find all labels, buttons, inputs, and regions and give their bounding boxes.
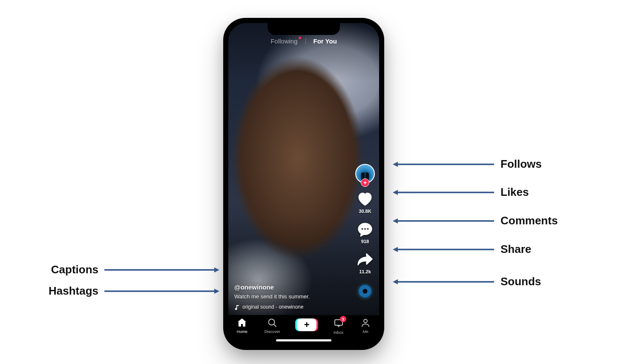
like-button[interactable]: 30.8K bbox=[357, 191, 373, 214]
music-note-icon bbox=[234, 304, 240, 310]
tab-for-you-label: For You bbox=[314, 37, 337, 45]
label-likes: Likes bbox=[501, 186, 529, 199]
svg-marker-18 bbox=[214, 267, 219, 272]
nav-discover[interactable]: Discover bbox=[265, 318, 280, 334]
svg-marker-20 bbox=[214, 289, 219, 294]
svg-point-1 bbox=[364, 228, 366, 230]
comment-button[interactable]: 918 bbox=[357, 221, 373, 244]
nav-home[interactable]: Home bbox=[237, 318, 247, 334]
arrow-share bbox=[392, 246, 494, 255]
home-indicator bbox=[276, 339, 331, 341]
svg-point-6 bbox=[364, 319, 367, 323]
follow-plus-icon[interactable]: + bbox=[361, 178, 369, 187]
svg-line-4 bbox=[274, 324, 276, 327]
phone-frame: Following For You + 30.8K bbox=[223, 18, 384, 350]
label-hashtags: Hashtags bbox=[49, 284, 98, 298]
nav-me[interactable]: Me bbox=[360, 318, 371, 334]
svg-marker-16 bbox=[393, 279, 398, 284]
tab-following[interactable]: Following bbox=[270, 37, 297, 45]
arrow-sounds bbox=[392, 278, 494, 287]
share-count: 11.2k bbox=[359, 269, 371, 274]
arrow-follows bbox=[392, 161, 494, 169]
inbox-badge: 3 bbox=[340, 316, 346, 322]
plus-icon: + bbox=[297, 318, 316, 331]
phone-screen: Following For You + 30.8K bbox=[228, 23, 379, 345]
share-icon bbox=[357, 252, 373, 268]
label-follows: Follows bbox=[501, 158, 542, 171]
share-button[interactable]: 11.2k bbox=[357, 252, 373, 274]
feed-tab-separator bbox=[305, 38, 306, 44]
arrow-hashtags bbox=[104, 288, 220, 296]
nav-me-label: Me bbox=[363, 329, 368, 334]
nav-inbox-label: Inbox bbox=[334, 330, 343, 335]
search-icon bbox=[267, 318, 277, 328]
arrow-comments bbox=[392, 218, 494, 226]
svg-marker-12 bbox=[393, 218, 398, 224]
creator-username[interactable]: @onewinone bbox=[234, 284, 341, 291]
arrow-likes bbox=[392, 189, 494, 198]
label-share: Share bbox=[501, 243, 531, 256]
svg-marker-8 bbox=[393, 162, 398, 167]
sound-row[interactable]: original sound - onewinone bbox=[234, 304, 341, 310]
svg-point-2 bbox=[367, 228, 369, 230]
nav-home-label: Home bbox=[237, 329, 247, 334]
nav-create[interactable]: + bbox=[297, 318, 316, 331]
label-sounds: Sounds bbox=[501, 275, 541, 288]
following-new-dot bbox=[299, 37, 301, 39]
label-captions: Captions bbox=[51, 263, 98, 276]
caption-text[interactable]: Watch me send it this summer. bbox=[234, 293, 341, 300]
comment-icon bbox=[357, 221, 373, 238]
tab-for-you[interactable]: For You bbox=[314, 37, 337, 45]
profile-follow-button[interactable]: + bbox=[355, 164, 375, 183]
caption-block: @onewinone Watch me send it this summer.… bbox=[234, 284, 341, 310]
sound-name: original sound - onewinone bbox=[242, 304, 303, 310]
label-comments: Comments bbox=[501, 214, 558, 227]
svg-marker-10 bbox=[393, 190, 398, 195]
arrow-captions bbox=[104, 267, 220, 275]
sound-button[interactable] bbox=[356, 282, 374, 301]
like-count: 30.8K bbox=[359, 209, 371, 214]
sound-disc-icon bbox=[356, 282, 374, 301]
phone-notch bbox=[268, 23, 340, 35]
svg-point-0 bbox=[361, 228, 363, 230]
action-rail: + 30.8K 918 bbox=[355, 164, 375, 301]
feed-tabs: Following For You bbox=[228, 37, 379, 45]
comment-count: 918 bbox=[361, 239, 369, 244]
heart-icon bbox=[357, 191, 373, 207]
tab-following-label: Following bbox=[270, 37, 297, 45]
person-icon bbox=[360, 318, 371, 328]
creator-avatar-wrap: + bbox=[355, 164, 375, 183]
nav-discover-label: Discover bbox=[265, 329, 280, 334]
home-icon bbox=[237, 318, 247, 328]
svg-marker-14 bbox=[393, 247, 398, 252]
nav-inbox[interactable]: 3 Inbox bbox=[334, 318, 344, 335]
